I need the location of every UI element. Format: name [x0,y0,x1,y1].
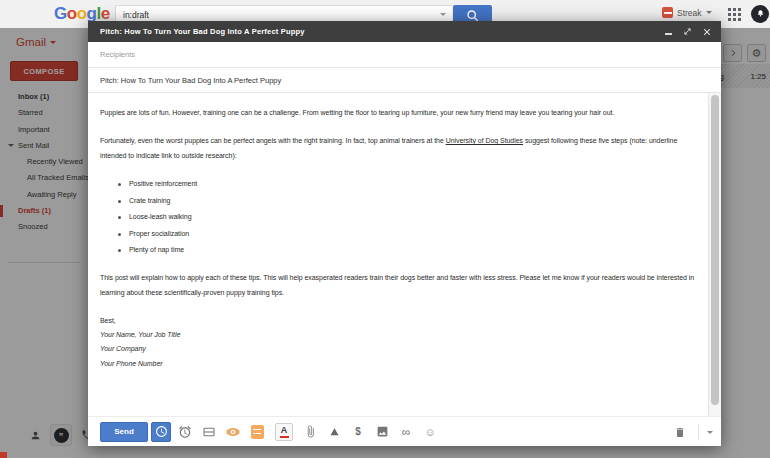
drive-icon [328,426,341,438]
toolbar-right [666,417,713,447]
dollar-icon: $ [355,426,361,437]
snippets-button[interactable] [247,422,267,442]
subject-row [88,68,721,93]
list-item: Plenty of nap time [118,242,697,259]
body-paragraph: Fortunately, even the worst puppies can … [100,133,697,163]
signature-line: Your Name, Your Job Title [100,328,697,343]
search-options-caret-icon[interactable] [440,13,446,19]
send-button[interactable]: Send [100,422,148,442]
trash-icon [674,426,686,439]
close-button[interactable] [703,28,711,36]
recipients-field[interactable] [88,50,721,59]
body-paragraph: This post will explain how to apply each… [100,270,697,300]
emoji-icon: ☺ [424,426,435,438]
signature-line: Your Phone Number [100,357,697,372]
insert-photo-button[interactable] [372,422,392,442]
body-bullet-list: Positive reinforcement Crate training Lo… [118,176,697,259]
minimize-icon [665,33,672,35]
bell-icon [755,8,766,19]
compose-header[interactable]: Pitch: How To Turn Your Bad Dog Into A P… [88,21,721,42]
list-item: Proper socialization [118,226,697,243]
link-icon: ∞ [402,427,411,437]
send-later-button[interactable] [151,422,171,442]
streak-menu[interactable]: Streak [662,7,712,18]
recipients-row [88,42,721,68]
body-link-text: University of Dog Studies [446,137,523,144]
snooze-button[interactable] [175,422,195,442]
popout-icon [683,27,692,36]
signature-block: Your Name, Your Job Title Your Company Y… [100,328,697,372]
streak-label: Streak [677,8,702,18]
streak-box-icon [202,425,216,439]
apps-grid-icon [728,8,731,11]
insert-emoji-button[interactable]: ☺ [420,422,440,442]
email-tracking-button[interactable] [223,422,243,442]
formatting-underline-bar [280,436,289,438]
paperclip-icon [304,425,317,438]
payments-button[interactable]: $ [348,422,368,442]
body-closing: Best, [100,313,697,328]
compose-toolbar: Send A $ [88,416,721,446]
list-item: Crate training [118,193,697,210]
chevron-down-icon [706,11,712,17]
body-paragraph: Puppies are lots of fun. However, traini… [100,105,697,120]
list-item: Loose-leash walking [118,209,697,226]
attach-file-button[interactable] [300,422,320,442]
toolbar-separator [698,424,699,440]
chat-status-notch [0,452,7,458]
streak-icon [662,7,673,18]
insert-link-button[interactable]: ∞ [396,422,416,442]
message-body-editor[interactable]: Puppies are lots of fun. However, traini… [88,93,707,416]
close-icon [703,28,711,36]
window-controls [665,21,711,42]
discard-draft-button[interactable] [670,422,690,442]
apps-grid-button[interactable] [728,8,741,21]
compose-window: Pitch: How To Turn Your Bad Dog Into A P… [88,21,721,446]
tracking-eye-icon [225,426,241,438]
signature-line: Your Company [100,342,697,357]
more-options-button[interactable] [707,431,713,437]
minimize-button[interactable] [665,28,672,35]
snippets-icon [251,425,264,439]
list-item: Positive reinforcement [118,176,697,193]
body-scrollbar[interactable] [708,93,721,416]
scrollbar-thumb[interactable] [711,95,719,405]
streak-boxes-button[interactable] [199,422,219,442]
formatting-options-button[interactable]: A [275,423,293,441]
alarm-icon [178,425,192,439]
insert-drive-button[interactable] [324,422,344,442]
popout-button[interactable] [683,27,692,36]
compose-body-area: Puppies are lots of fun. However, traini… [88,93,721,416]
formatting-icon: A [281,426,288,435]
compose-title: Pitch: How To Turn Your Bad Dog Into A P… [88,27,305,36]
profile-avatar[interactable] [751,5,769,23]
clock-icon [155,425,168,438]
gmail-app: Google Streak Gmail COMPOSE Inbox (1) St… [0,0,770,458]
photo-icon [376,425,389,438]
subject-field[interactable] [88,76,721,85]
